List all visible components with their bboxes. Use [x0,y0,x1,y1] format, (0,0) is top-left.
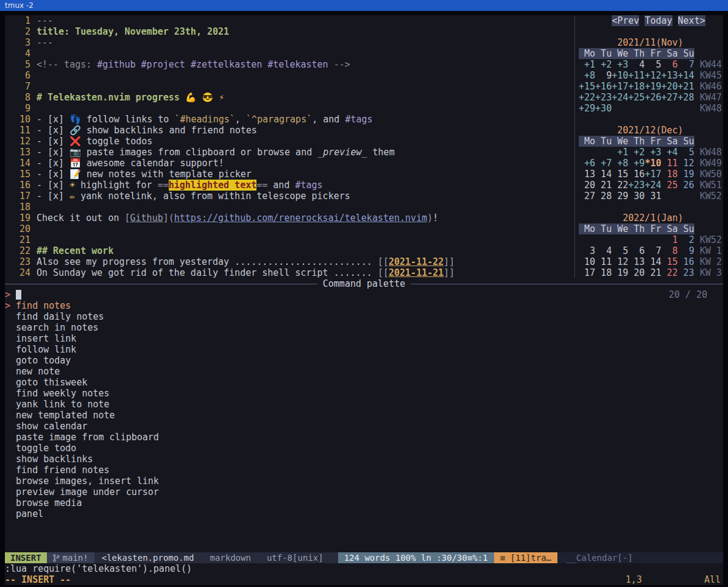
buffer-line-4[interactable]: 4 [5,48,574,59]
today-button[interactable]: Today [645,15,672,26]
palette-item[interactable]: goto thisweek [5,377,723,388]
calendar-line[interactable]: Mo Tu We Th Fr Sa Su [579,223,723,234]
buffer-line-22[interactable]: 22## Recent work [5,245,574,256]
text-segment: +16 [595,81,612,92]
palette-item[interactable]: follow link [5,344,723,355]
buffer-line-21[interactable]: 21 [5,234,574,245]
prev-button[interactable]: <Prev [612,15,639,26]
palette-item[interactable]: search in notes [5,322,723,333]
calendar-line[interactable]: 20 21 22+23+24 25 26 KW51 [579,180,723,191]
calendar-line[interactable]: 17 18 19 20 21 22 23 KW 3 [579,267,723,278]
titlebar-text: tmux -2 [5,1,34,10]
item-indent [5,322,16,333]
palette-item[interactable]: panel [5,508,723,519]
palette-item[interactable]: > find notes [5,300,723,311]
calendar-line[interactable]: +22+23+24+25+26+27+28 KW47 [579,92,723,103]
text-segment: KW44 [700,59,722,70]
github-url[interactable]: https://github.com/renerocksai/telekaste… [174,213,427,223]
palette-item-label: find weekly notes [16,388,110,399]
text-segment: +17 [645,169,661,180]
calendar-line[interactable]: +29+30 KW48 [579,103,723,114]
palette-item[interactable]: insert link [5,333,723,344]
encoding: utf-8[unix] [267,552,323,563]
text-segment: - [x] [37,169,69,180]
calendar-line[interactable]: +1 +2 +3 +4 5 KW48 [579,147,723,158]
buffer-line-14[interactable]: 14- [x] 📅 awesome calendar support! [5,158,574,169]
palette-item[interactable]: find daily notes [5,311,723,322]
buffer-line-1[interactable]: 1--- [5,15,574,26]
palette-item-label: paste image from clipboard [16,432,159,443]
calendar-line[interactable]: Mo Tu We Th Fr Sa Su [579,48,723,59]
calendar-line[interactable] [579,202,723,213]
buffer-line-6[interactable]: 6 [5,70,574,81]
buffer-line-13[interactable]: 13- [x] 📷 paste images from clipboard or… [5,147,574,158]
buffer-line-2[interactable]: 2title: Tuesday, November 23th, 2021 [5,26,574,37]
buffer-line-9[interactable]: 9 [5,103,574,114]
buffer-line-16[interactable]: 16- [x] ☀ highlight for ==highlighted te… [5,180,574,191]
palette-item[interactable]: find friend notes [5,465,723,476]
text-segment: +29 [579,103,595,114]
palette-item[interactable]: paste image from clipboard [5,432,723,443]
palette-item[interactable]: browse media [5,497,723,508]
calendar-line[interactable] [579,26,723,37]
text-segment [579,147,617,158]
github-link[interactable]: Github [130,213,163,223]
wikilink-2021-11-21[interactable]: 2021-11-21 [389,267,444,278]
calendar-line[interactable]: 10 11 12 13 14 15 16 KW 2 [579,256,723,267]
line-number: 17 [5,191,30,202]
calendar-line[interactable] [579,114,723,125]
next-button[interactable]: Next> [678,15,705,26]
markdown-buffer[interactable]: 1---2title: Tuesday, November 23th, 2021… [5,15,574,278]
buffer-line-17[interactable]: 17- [x] ✏ yank notelink, also from withi… [5,191,574,202]
text-segment: KW 1 [700,245,722,256]
buffer-line-12[interactable]: 12- [x] ❌ toggle todos [5,136,574,147]
palette-item[interactable]: new templated note [5,410,723,421]
buffer-line-5[interactable]: 5<!-- tags: #github #project #zettelkast… [5,59,574,70]
text-segment: *10 [645,158,661,169]
calendar-line[interactable]: +1 +2 +3 4 5 6 7 KW44 [579,59,723,70]
calendar-line[interactable]: +8 9+10+11+12+13+14 KW45 [579,70,723,81]
calendar-line[interactable]: 1 2 KW52 [579,234,723,245]
calendar-line[interactable]: 27 28 29 30 31 KW52 [579,191,723,202]
calendar-line[interactable]: 3 4 5 6 7 8 9 KW 1 [579,245,723,256]
palette-prompt-row[interactable]: > 20 / 20 [5,289,723,300]
calendar-line[interactable]: +6 +7 +8 +9*10 11 12 KW49 [579,158,723,169]
buffer-line-3[interactable]: 3--- [5,37,574,48]
buffer-line-7[interactable]: 7 [5,81,574,92]
palette-item[interactable]: yank link to note [5,399,723,410]
palette-item[interactable]: preview image under cursor [5,487,723,497]
calendar-line[interactable]: 2021/11(Nov) [579,37,723,48]
buffer-line-15[interactable]: 15- [x] 📝 new notes with template picker [5,169,574,180]
palette-item[interactable]: show calendar [5,421,723,432]
palette-item[interactable]: goto today [5,355,723,366]
calendar-line[interactable]: 13 14 15 16+17 18 19 KW50 [579,169,723,180]
buffer-line-18[interactable]: 18 [5,202,574,213]
buffer-line-10[interactable]: 10- [x] 👣 follow links to `#headings`, `… [5,114,574,125]
palette-item[interactable]: show backlinks [5,454,723,465]
command-line[interactable]: :lua require('telekasten').panel() [5,563,723,574]
palette-item[interactable]: browse images, insert link [5,476,723,487]
calendar-pane[interactable]: <Prev Today Next> 2021/11(Nov) Mo Tu We … [574,15,723,278]
ruler-scroll: All [704,574,721,585]
calendar-line[interactable]: 2022/1(Jan) [579,213,723,223]
text-segment: +10 [612,70,628,81]
calendar-line[interactable]: Mo Tu We Th Fr Sa Su [579,136,723,147]
buffer-line-19[interactable]: 19Check it out on [Github](https://githu… [5,213,574,223]
item-indent [5,487,16,497]
buffer-line-8[interactable]: 8# Telekasten.nvim progress 💪 😎 ⚡ [5,92,574,103]
calendar-line[interactable]: 2021/12(Dec) [579,125,723,136]
palette-item[interactable]: find weekly notes [5,388,723,399]
buffer-line-24[interactable]: 24On Sunday we got rid of the daily find… [5,267,574,278]
line-number: 18 [5,202,30,213]
palette-item[interactable]: new note [5,366,723,377]
buffer-line-23[interactable]: 23Also see my progress from yesterday ..… [5,256,574,267]
calendar-line[interactable]: +15+16+17+18+19+20+21 KW46 [579,81,723,92]
line-number: 13 [5,147,30,158]
palette-item-label: toggle todo [16,443,76,454]
wikilink-2021-11-22[interactable]: 2021-11-22 [389,256,444,267]
palette-item[interactable]: toggle todo [5,443,723,454]
buffer-line-11[interactable]: 11- [x] 🔗 show backlinks and friend note… [5,125,574,136]
item-indent [5,432,16,443]
buffer-line-20[interactable]: 20 [5,223,574,234]
calendar-line[interactable]: <Prev Today Next> [579,15,723,26]
